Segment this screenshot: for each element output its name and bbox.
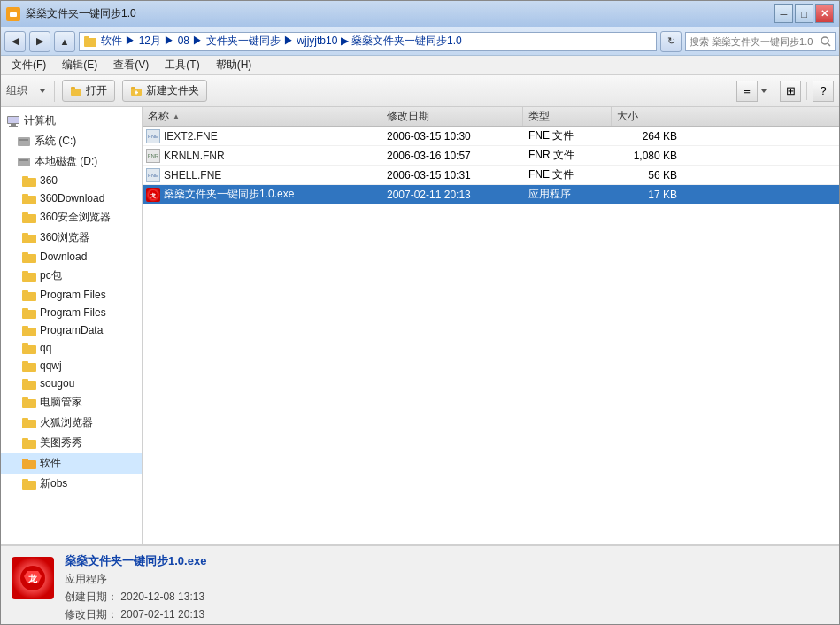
sidebar-item-computer[interactable]: 计算机 [1, 111, 142, 131]
col-header-date[interactable]: 修改日期 [381, 107, 523, 126]
file-type-cell: FNR 文件 [523, 148, 612, 163]
minimize-button[interactable]: ─ [774, 4, 793, 23]
close-button[interactable]: ✕ [815, 4, 834, 23]
sidebar-item-新obs[interactable]: 新obs [1, 474, 142, 494]
open-button[interactable]: 打开 [62, 80, 115, 102]
fne-icon: FNE [146, 129, 160, 143]
file-list-area: 名称 ▲ 修改日期 类型 大小 FNE IEXT2.FNE 20 [143, 107, 839, 544]
col-header-name[interactable]: 名称 ▲ [143, 107, 381, 126]
title-bar-left: 燊燊文件夹一键同步1.0 [6, 6, 136, 21]
table-row[interactable]: 龙 燊燊文件夹一键同步1.0.exe 2007-02-11 20:13 应用程序… [143, 185, 839, 204]
svg-rect-55 [22, 479, 28, 482]
sidebar-folder-label: Download [40, 251, 87, 263]
table-row[interactable]: FNE SHELL.FNE 2006-03-15 10:31 FNE 文件 56… [143, 166, 839, 185]
table-row[interactable]: FNE IEXT2.FNE 2006-03-15 10:30 FNE 文件 26… [143, 127, 839, 146]
toolbar-separator-1 [54, 81, 55, 102]
sidebar-item-Download[interactable]: Download [1, 248, 142, 266]
open-label: 打开 [86, 83, 107, 98]
folder-icon [22, 289, 36, 301]
svg-rect-7 [71, 89, 81, 96]
folder-icon [22, 270, 36, 282]
table-row[interactable]: FNR KRNLN.FNR 2006-03-16 10:57 FNR 文件 1,… [143, 146, 839, 166]
sidebar-folder-label: pc包 [40, 268, 62, 283]
sidebar-item-360浏览器[interactable]: 360浏览器 [1, 228, 142, 248]
svg-rect-16 [11, 124, 16, 126]
up-button[interactable]: ▲ [54, 31, 75, 52]
col-header-size[interactable]: 大小 [612, 107, 682, 126]
new-folder-button[interactable]: 新建文件夹 [122, 80, 207, 102]
file-type-cell: FNE 文件 [523, 167, 612, 182]
status-exe-icon: 龙 [19, 564, 47, 592]
svg-rect-45 [22, 379, 28, 382]
folder-icon [22, 360, 36, 372]
view-dropdown-icon [759, 81, 768, 102]
svg-rect-33 [22, 271, 28, 274]
svg-rect-43 [22, 361, 28, 364]
sidebar-item-软件[interactable]: 软件 [1, 453, 142, 474]
forward-button[interactable]: ▶ [29, 31, 50, 52]
status-modified: 修改日期： 2007-02-11 20:13 [65, 607, 206, 622]
sidebar-folder-label: 火狐浏览器 [40, 415, 93, 430]
breadcrumb-text: 软件 ▶ 12月 ▶ 08 ▶ 文件夹一键同步 ▶ wjjyjtb10 ▶ 燊燊… [101, 34, 462, 49]
folder-icon [22, 212, 36, 223]
view-details-button[interactable]: ≡ [736, 81, 758, 102]
folder-icon [22, 478, 36, 490]
breadcrumb[interactable]: 软件 ▶ 12月 ▶ 08 ▶ 文件夹一键同步 ▶ wjjyjtb10 ▶ 燊燊… [79, 32, 657, 51]
sidebar-item-ProgramData[interactable]: ProgramData [1, 321, 142, 339]
sidebar-item-美图秀秀[interactable]: 美图秀秀 [1, 433, 142, 453]
preview-pane-button[interactable]: ⊞ [780, 81, 801, 102]
maximize-button[interactable]: □ [795, 4, 813, 23]
fnr-icon: FNR [146, 149, 160, 163]
svg-rect-28 [22, 235, 36, 243]
sidebar-item-360安全浏览器[interactable]: 360安全浏览器 [1, 207, 142, 228]
folder-icon [22, 437, 36, 449]
sidebar-folder-label: qqwj [40, 359, 62, 372]
menu-file[interactable]: 文件(F) [4, 56, 53, 74]
modified-value: 2007-02-11 20:13 [120, 608, 204, 621]
status-bar: 龙 燊燊文件夹一键同步1.0.exe 应用程序 创建日期： 2020-12-08… [1, 544, 839, 624]
refresh-button[interactable]: ↻ [660, 31, 682, 52]
sidebar-item-drive-c[interactable]: 系统 (C:) [1, 131, 142, 151]
menu-help[interactable]: 帮助(H) [209, 56, 259, 74]
help-button[interactable]: ? [813, 81, 834, 102]
sidebar-item-qq[interactable]: qq [1, 339, 142, 357]
menu-edit[interactable]: 编辑(E) [55, 56, 104, 74]
folder-icon [22, 251, 36, 263]
sidebar-folder-label: 360安全浏览器 [40, 210, 111, 225]
sidebar-item-qqwj[interactable]: qqwj [1, 357, 142, 374]
file-type-cell: FNE 文件 [523, 128, 612, 143]
status-created: 创建日期： 2020-12-08 13:13 [65, 590, 206, 605]
svg-rect-52 [22, 460, 36, 469]
sidebar-item-360[interactable]: 360 [1, 172, 142, 189]
svg-rect-35 [22, 290, 28, 293]
back-button[interactable]: ◀ [4, 31, 26, 52]
sidebar-item-Program Files[interactable]: Program Files [1, 286, 142, 304]
menu-view[interactable]: 查看(V) [106, 56, 156, 74]
sidebar-item-Program Files[interactable]: Program Files [1, 304, 142, 321]
svg-rect-48 [22, 420, 36, 428]
sidebar-item-火狐浏览器[interactable]: 火狐浏览器 [1, 413, 142, 433]
menu-tools[interactable]: 工具(T) [158, 56, 206, 74]
svg-rect-27 [22, 212, 28, 215]
folder-icon [22, 175, 36, 187]
svg-rect-47 [22, 397, 28, 400]
svg-rect-29 [22, 233, 28, 235]
svg-rect-3 [84, 36, 89, 39]
folder-icon [22, 458, 36, 469]
toolbar-view-buttons: ≡ ⊞ ? [736, 81, 834, 102]
status-type: 应用程序 [65, 572, 206, 587]
sidebar-folder-label: 360Download [40, 192, 104, 204]
sidebar: 计算机 系统 (C:) 本地磁盘 (D:) [1, 107, 143, 544]
search-input[interactable] [690, 36, 817, 47]
file-date-cell: 2006-03-16 10:57 [381, 150, 523, 162]
sidebar-item-360Download[interactable]: 360Download [1, 189, 142, 207]
svg-rect-19 [19, 139, 28, 141]
sidebar-item-drive-d[interactable]: 本地磁盘 (D:) [1, 151, 142, 172]
sidebar-item-pc包[interactable]: pc包 [1, 266, 142, 286]
col-header-type[interactable]: 类型 [523, 107, 612, 126]
sidebar-folder-label: sougou [40, 377, 74, 390]
sidebar-item-sougou[interactable]: sougou [1, 374, 142, 392]
svg-rect-40 [22, 345, 36, 354]
folder-icon [22, 193, 36, 204]
sidebar-item-电脑管家[interactable]: 电脑管家 [1, 392, 142, 413]
